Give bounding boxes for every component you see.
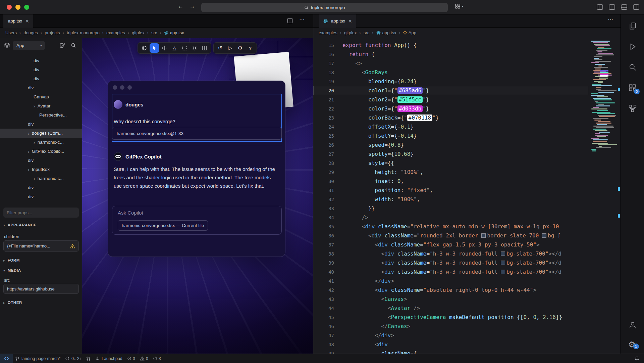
line-number[interactable]: 38 xyxy=(313,251,334,257)
settings-gear-icon[interactable]: ⚙ 1 xyxy=(628,340,636,349)
breadcrumb-src[interactable]: src xyxy=(364,30,376,35)
line-number[interactable]: 40 xyxy=(313,269,334,275)
close-tab-icon[interactable]: ✕ xyxy=(25,18,29,24)
line-number[interactable]: 33 xyxy=(313,206,334,211)
code-line-32[interactable]: 32 width: "100%", xyxy=(313,195,588,204)
tree-item-douges-com[interactable]: ›douges (Com... xyxy=(0,129,82,138)
line-number[interactable]: 45 xyxy=(313,315,334,320)
globe-tool-button[interactable] xyxy=(140,43,149,53)
code-line-27[interactable]: 27 spotty={10.68} xyxy=(313,149,588,158)
tree-item-div[interactable]: div xyxy=(0,83,82,92)
code-line-24[interactable]: 24 offsetX={-0.1} xyxy=(313,122,588,131)
tree-item-div[interactable]: div xyxy=(0,120,82,129)
code-line-45[interactable]: 45 <PerspectiveCamera makeDefault positi… xyxy=(313,313,588,322)
section-other[interactable]: ▸ OTHER xyxy=(3,301,22,305)
lighting-toggle-button[interactable] xyxy=(190,43,199,53)
left-tab-app-tsx[interactable]: app.tsx ✕ xyxy=(3,14,33,28)
copilot-input[interactable]: Ask Copilot harmonic-convergence.tsx — C… xyxy=(112,206,282,235)
run-debug-icon[interactable] xyxy=(628,42,637,51)
remote-indicator[interactable] xyxy=(0,354,13,363)
code-line-41[interactable]: 41 </div> xyxy=(313,276,588,285)
code-line-49[interactable]: 49 className={ xyxy=(313,349,588,354)
line-number[interactable]: 16 xyxy=(313,52,334,57)
code-line-31[interactable]: 31 position: "fixed", xyxy=(313,186,588,195)
diagnostics-item[interactable]: 0 0 3 xyxy=(125,354,163,363)
tree-item-div[interactable]: div xyxy=(0,65,82,74)
split-view-icon[interactable] xyxy=(287,18,293,24)
section-form[interactable]: ▸ FORM xyxy=(3,258,20,262)
tree-item-div[interactable]: div xyxy=(0,192,82,201)
code-line-26[interactable]: 26 speed={0.8} xyxy=(313,140,588,149)
account-icon[interactable] xyxy=(628,321,637,329)
line-number[interactable]: 31 xyxy=(313,188,334,193)
undo-button[interactable]: ↺ xyxy=(215,43,225,53)
code-line-21[interactable]: 21 color2={"#51f5cc"} xyxy=(313,95,588,104)
line-number[interactable]: 18 xyxy=(313,70,334,75)
forward-button[interactable]: → xyxy=(190,3,195,10)
code-line-47[interactable]: 47 </div> xyxy=(313,331,588,340)
code-line-43[interactable]: 43 <Canvas> xyxy=(313,294,588,304)
help-button[interactable]: ? xyxy=(246,43,255,53)
line-number[interactable]: 20 xyxy=(313,88,334,93)
breadcrumb-projects[interactable]: projects xyxy=(45,30,67,35)
filter-props-input[interactable] xyxy=(3,208,79,218)
toggle-left-sidebar-icon[interactable] xyxy=(597,4,603,10)
current-file-chip[interactable]: harmonic-convergence.tsx — Current file xyxy=(118,220,208,231)
section-appearance[interactable]: ▾ APPEARANCE xyxy=(3,223,37,227)
line-number[interactable]: 34 xyxy=(313,215,334,220)
git-branch-item[interactable]: landing-page-march* xyxy=(13,354,63,363)
code-line-35[interactable]: 35 <div className="relative mx-auto min-… xyxy=(313,222,588,231)
code-line-17[interactable]: 17 <> xyxy=(313,59,588,68)
line-number[interactable]: 29 xyxy=(313,170,334,175)
marquee-select-button[interactable] xyxy=(180,43,189,53)
breadcrumb-app-tsx[interactable]: app.tsx xyxy=(376,30,403,35)
breadcrumb-app-tsx[interactable]: app.tsx xyxy=(164,30,184,35)
code-line-46[interactable]: 46 </Canvas> xyxy=(313,322,588,331)
line-number[interactable]: 22 xyxy=(313,106,334,111)
scale-tool-button[interactable]: △ xyxy=(170,43,179,53)
move-tool-button[interactable] xyxy=(160,43,169,53)
address-bar[interactable]: triplex-monorepo xyxy=(201,3,448,12)
code-line-25[interactable]: 25 offsetY={-0.14} xyxy=(313,131,588,140)
breadcrumb-douges[interactable]: douges xyxy=(23,30,45,35)
scene-viewport[interactable]: △ ↺ ▷ ⚙ ? douges Why doesn't this conver… xyxy=(82,38,313,354)
prop-children-input[interactable]: {<File name="harmo... xyxy=(3,240,79,252)
launchpad-item[interactable]: Launchpad xyxy=(93,354,125,363)
select-tool-button[interactable] xyxy=(150,43,159,53)
tree-item-gitplex-copilo[interactable]: ›GitPlex Copilo... xyxy=(0,147,82,156)
line-number[interactable]: 28 xyxy=(313,161,334,166)
close-window-button[interactable] xyxy=(7,5,12,10)
line-number[interactable]: 21 xyxy=(313,97,334,102)
code-line-33[interactable]: 33 }} xyxy=(313,204,588,213)
code-line-44[interactable]: 44 <Avatar /> xyxy=(313,304,588,313)
tree-item-harmonic-c[interactable]: ›harmonic-c... xyxy=(0,138,82,147)
extensions-icon[interactable]: 2 xyxy=(628,84,637,92)
line-number[interactable]: 19 xyxy=(313,79,334,84)
section-media[interactable]: ▾ MEDIA xyxy=(3,268,21,272)
minimize-window-button[interactable] xyxy=(15,5,20,10)
code-line-40[interactable]: 40 <div className="h-3 w-3 rounded-full … xyxy=(313,267,588,276)
line-number[interactable]: 48 xyxy=(313,342,334,347)
line-number[interactable]: 26 xyxy=(313,142,334,148)
line-number[interactable]: 24 xyxy=(313,124,334,130)
pull-request-item[interactable] xyxy=(84,354,93,363)
tree-item-inputbox[interactable]: ›InputBox xyxy=(0,165,82,174)
split-editor-icon[interactable] xyxy=(609,4,615,10)
tree-item-div[interactable]: div xyxy=(0,56,82,65)
code-line-28[interactable]: 28 style={{ xyxy=(313,158,588,168)
search-tree-icon[interactable] xyxy=(71,43,76,48)
breadcrumb-app-symbol[interactable]: App xyxy=(403,30,416,35)
code-line-18[interactable]: 18 <GodRays xyxy=(313,68,588,77)
code-line-15[interactable]: 15export function App() { xyxy=(313,41,588,50)
minimap[interactable] xyxy=(590,39,619,180)
line-number[interactable]: 17 xyxy=(313,61,334,66)
line-number[interactable]: 49 xyxy=(313,351,334,354)
line-number[interactable]: 36 xyxy=(313,233,334,238)
line-number[interactable]: 35 xyxy=(313,224,334,229)
notifications-bell[interactable] xyxy=(632,354,644,363)
line-number[interactable]: 30 xyxy=(313,179,334,184)
line-number[interactable]: 39 xyxy=(313,260,334,266)
code-line-19[interactable]: 19 blending={0.24} xyxy=(313,77,588,86)
breadcrumb-repo[interactable]: triplex-monorepo xyxy=(67,30,106,35)
tree-item-div[interactable]: div xyxy=(0,183,82,192)
